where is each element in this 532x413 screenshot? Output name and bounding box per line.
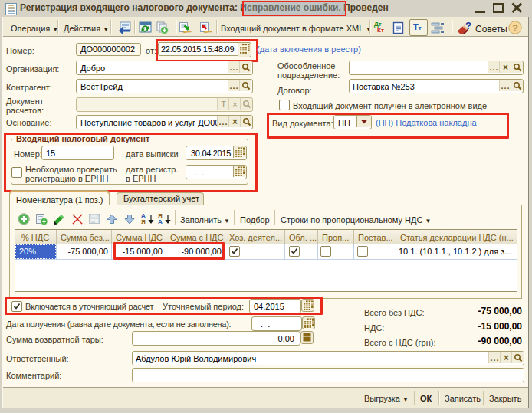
svg-text:?: ? xyxy=(513,23,518,34)
svg-text:ок: ок xyxy=(91,219,96,224)
svg-text:?: ? xyxy=(465,20,471,31)
